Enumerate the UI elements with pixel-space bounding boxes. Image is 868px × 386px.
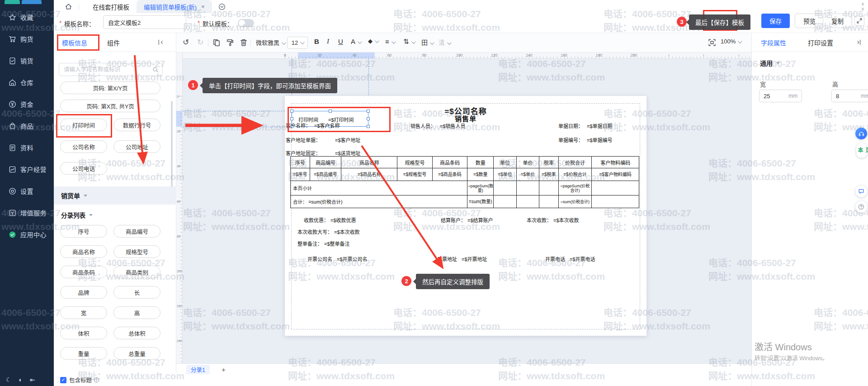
open-tab-0[interactable]: 在线套打模板 [85, 0, 137, 13]
bold-button[interactable]: B [314, 38, 319, 45]
field-button[interactable]: 页码: 第X页, 共Y页 [60, 100, 160, 112]
entry-field-button[interactable]: 商品类别 [113, 266, 160, 278]
field-button[interactable]: 数据行行号 [113, 119, 160, 131]
width-input[interactable] [764, 93, 787, 100]
entry-field-button[interactable]: 总体积 [113, 327, 160, 339]
home-icon[interactable] [65, 3, 72, 10]
sidebar-item-appcenter[interactable]: 应用中心 [0, 224, 54, 245]
contrast-icon[interactable]: ◐ [19, 376, 23, 383]
page-help-button[interactable]: 本页帮助 [856, 143, 867, 158]
collapse-sidebar-icon[interactable]: ⇤ [30, 376, 35, 383]
entry-field-button[interactable]: 序号 [60, 225, 107, 238]
vertical-align-button[interactable]: ⇅ [403, 38, 415, 46]
copy-icon[interactable] [212, 38, 221, 47]
customer-service-icon[interactable] [855, 128, 867, 139]
entry-field-button[interactable]: 长 [113, 286, 160, 299]
template-paper[interactable]: =$公司名称 销售单 打印时间 =$打印时间 客户名称：=$客户名称 销售人员：… [285, 96, 646, 336]
undo-icon[interactable]: ↺ [182, 38, 190, 47]
align-button[interactable]: ≡ [385, 38, 395, 45]
feedback-icon[interactable] [855, 201, 867, 213]
field-button[interactable]: 打印时间 [60, 119, 107, 131]
collapse-left-panel-icon[interactable] [157, 39, 164, 46]
panel-scrollbar[interactable] [171, 101, 173, 187]
preview-button[interactable]: 预览 [795, 14, 824, 28]
default-template-toggle[interactable] [238, 19, 254, 27]
field-button[interactable]: 页码: 第X/Y页 [60, 81, 160, 94]
sheet-tab-entry1[interactable]: 分录1 [186, 365, 210, 374]
italic-button[interactable]: I [327, 38, 329, 45]
entry-field-button[interactable]: 规格型号 [113, 245, 160, 258]
discount-field[interactable]: 收款优惠：=$收款优惠 [304, 216, 356, 224]
tab-list-icon[interactable] [218, 3, 226, 10]
salesman-field[interactable]: 销售人员：=$销售人员 [410, 122, 466, 129]
sidebar-item-gear[interactable]: 设置 [0, 180, 54, 202]
chat-icon[interactable] [855, 186, 867, 197]
customer-address-field[interactable]: 客户地址单据：=$客户地址 [286, 136, 361, 143]
field-button[interactable]: 公司名称 [60, 140, 107, 153]
fullscreen-icon[interactable] [854, 16, 864, 26]
resize-handle[interactable] [329, 110, 332, 113]
date-field[interactable]: 单据日期：=$单据日期 [558, 122, 613, 129]
entry-field-button[interactable]: 商品编号 [113, 225, 160, 238]
close-tab-icon[interactable]: × [201, 3, 205, 10]
sidebar-item-goods[interactable]: 商品 [0, 115, 54, 137]
sidebar-item-star[interactable]: 收藏 [0, 6, 54, 28]
field-button[interactable]: 公司地址 [113, 140, 160, 153]
include-title-checkbox[interactable]: ✓ [60, 377, 66, 383]
entry-field-button[interactable]: 宽 [60, 306, 107, 319]
font-color-button[interactable]: A [351, 38, 361, 45]
font-family-select[interactable]: 微软雅黑 [256, 38, 285, 47]
entries-section-title[interactable]: 分录列表 [61, 210, 93, 219]
account-field[interactable]: 结算账户：=$结算账户 [441, 216, 493, 224]
resize-handle[interactable] [367, 117, 370, 120]
resize-handle[interactable] [367, 125, 370, 128]
format-painter-icon[interactable] [226, 38, 234, 47]
remark-field[interactable]: 整单备注：=$整单备注 [297, 240, 350, 247]
doc-no-field[interactable]: 单据编号：=$单据编号 [558, 136, 613, 143]
entry-field-button[interactable]: 高 [113, 306, 160, 319]
received-field[interactable]: 本次收款：=$本次收款 [527, 216, 579, 224]
entry-field-button[interactable]: 品牌 [60, 286, 107, 299]
sidebar-item-warehouse[interactable]: 仓库 [0, 71, 54, 93]
redo-icon[interactable]: ↻ [196, 38, 204, 47]
height-input[interactable] [836, 93, 859, 100]
field-search-input[interactable] [64, 63, 145, 76]
tab-field-properties[interactable]: 字段属性 [761, 38, 786, 47]
resize-handle[interactable] [367, 110, 370, 113]
design-canvas[interactable]: 020406080100120140160180200 020406080100… [176, 52, 751, 375]
sidebar-item-cart[interactable]: 购货 [0, 28, 54, 50]
underline-button[interactable]: U [338, 38, 343, 45]
sidebar-item-valueadd[interactable]: 增值服务 [0, 202, 54, 224]
entry-field-button[interactable]: 商品名称 [60, 245, 107, 258]
help-circle-icon[interactable] [94, 377, 99, 383]
entry-field-button[interactable]: 商品条码 [60, 266, 107, 278]
invoice-address-field[interactable]: 开票地址=$开票地址 [437, 255, 487, 262]
border-button[interactable]: 田 [421, 38, 433, 47]
tab-components[interactable]: 组件 [107, 38, 120, 47]
received-words-field[interactable]: 本次收款大写：=$本次收款 [297, 228, 360, 235]
entry-field-button[interactable]: 总重量 [113, 347, 160, 360]
entries-table[interactable]: 序号商品编号商品名称规格型号商品条码数量单位单价税率价税合计客户物料编码=$序号… [290, 156, 639, 208]
doc-section-band[interactable]: 销货单 [54, 186, 176, 205]
clear-format-button[interactable]: 清 [439, 38, 450, 47]
template-name-input[interactable] [103, 15, 186, 29]
zoom-select[interactable]: 100% [721, 38, 741, 45]
sidebar-item-datafile[interactable]: 资料 [0, 137, 54, 158]
open-tab-1[interactable]: 编辑销货单模板(新)× [137, 0, 212, 13]
entry-field-button[interactable]: 重量 [60, 347, 107, 360]
fit-screen-icon[interactable] [708, 38, 716, 47]
add-sheet-button[interactable]: + [222, 366, 226, 373]
tab-template-info[interactable]: 模板信息 [62, 38, 87, 47]
invoice-tel-field[interactable]: 开票电话=$开票电话 [545, 255, 595, 262]
resize-handle[interactable] [290, 110, 293, 113]
sidebar-item-saledoc[interactable]: 销货 [0, 50, 54, 71]
delete-icon[interactable] [240, 38, 248, 47]
tab-print-settings[interactable]: 打印设置 [808, 38, 833, 47]
fill-color-button[interactable]: ◆ [368, 38, 378, 44]
collapse-right-panel-icon[interactable] [855, 39, 862, 46]
scroll-corner-icons[interactable]: ∧∨ [861, 1, 864, 11]
save-button[interactable]: 保存 [761, 14, 790, 28]
sidebar-item-money[interactable]: 资金 [0, 93, 54, 115]
delivery-address-field[interactable]: 客户地址固定：=$送货地址 [286, 149, 361, 157]
customer-field[interactable]: 客户名称：=$客户名称 [286, 122, 340, 129]
